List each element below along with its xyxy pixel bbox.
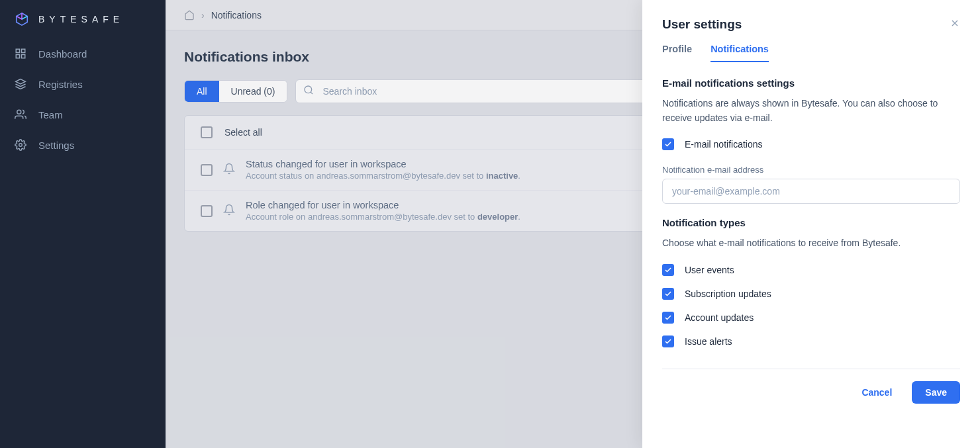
drawer-title: User settings	[662, 17, 742, 32]
select-all-label: Select all	[224, 127, 262, 138]
row-title: Status changed for user in workspace	[246, 159, 520, 169]
row-title: Role changed for user in workspace	[246, 200, 520, 210]
email-notifications-label: E-mail notifications	[685, 139, 763, 150]
filter-unread-button[interactable]: Unread (0)	[219, 81, 287, 102]
drawer-tabs: Profile Notifications	[662, 44, 960, 63]
type-label: User events	[685, 265, 734, 275]
svg-marker-4	[16, 79, 26, 85]
section-title: Notification types	[662, 217, 960, 228]
section-desc: Notifications are always shown in Bytesa…	[662, 97, 960, 125]
settings-drawer: User settings Profile Notifications E-ma…	[642, 0, 980, 448]
svg-rect-0	[16, 49, 19, 52]
type-checkbox-subscription[interactable]	[662, 288, 674, 300]
sidebar-item-label: Settings	[38, 140, 74, 151]
brand-logo[interactable]: BYTESAFE	[0, 5, 166, 38]
chevron-right-icon: ›	[201, 10, 205, 21]
svg-rect-1	[22, 49, 25, 52]
row-checkbox[interactable]	[201, 205, 213, 217]
stack-icon	[15, 78, 26, 90]
type-label: Account updates	[685, 312, 754, 323]
bell-icon	[223, 204, 235, 218]
type-checkbox-user-events[interactable]	[662, 264, 674, 276]
email-input[interactable]	[662, 179, 960, 204]
type-checkbox-issue-alerts[interactable]	[662, 336, 674, 347]
logo-icon	[15, 12, 29, 26]
sidebar-item-dashboard[interactable]: Dashboard	[0, 38, 166, 69]
section-title: E-mail notifications settings	[662, 77, 960, 89]
svg-point-6	[19, 144, 23, 147]
type-label: Subscription updates	[685, 289, 771, 299]
filter-all-button[interactable]: All	[185, 81, 219, 102]
svg-point-5	[17, 110, 21, 114]
email-field-label: Notification e-mail address	[662, 165, 960, 175]
sidebar-item-team[interactable]: Team	[0, 99, 166, 130]
divider	[662, 369, 960, 369]
sidebar-item-label: Team	[38, 109, 63, 120]
breadcrumb-current: Notifications	[211, 10, 262, 21]
home-icon[interactable]	[184, 10, 195, 21]
sidebar: BYTESAFE Dashboard Registries Team Setti…	[0, 0, 166, 448]
email-notifications-checkbox[interactable]	[662, 138, 674, 150]
gear-icon	[15, 139, 26, 151]
sidebar-item-label: Registries	[38, 79, 83, 90]
search-icon	[303, 85, 314, 98]
type-checkbox-account[interactable]	[662, 312, 674, 324]
select-all-checkbox[interactable]	[201, 126, 213, 138]
row-checkbox[interactable]	[201, 164, 213, 176]
sidebar-item-registries[interactable]: Registries	[0, 69, 166, 99]
save-button[interactable]: Save	[912, 381, 960, 404]
brand-text: BYTESAFE	[38, 14, 124, 24]
cancel-button[interactable]: Cancel	[848, 381, 905, 404]
row-text: Role changed for user in workspace Accou…	[246, 200, 520, 222]
svg-line-8	[311, 92, 313, 94]
svg-rect-3	[22, 55, 25, 58]
filter-group: All Unread (0)	[184, 80, 287, 103]
section-desc: Choose what e-mail notifications to rece…	[662, 236, 960, 251]
bell-icon	[223, 163, 235, 177]
close-icon	[950, 18, 960, 28]
row-desc: Account role on andreas.sommarstrom@byte…	[246, 212, 520, 222]
dashboard-icon	[15, 48, 26, 60]
tab-profile[interactable]: Profile	[662, 44, 692, 62]
sidebar-item-label: Dashboard	[38, 48, 87, 60]
users-icon	[15, 109, 26, 120]
type-label: Issue alerts	[685, 336, 732, 347]
sidebar-item-settings[interactable]: Settings	[0, 130, 166, 160]
svg-rect-2	[16, 55, 19, 58]
row-desc: Account status on andreas.sommarstrom@by…	[246, 171, 520, 181]
svg-point-7	[305, 86, 312, 93]
close-button[interactable]	[950, 18, 960, 32]
row-text: Status changed for user in workspace Acc…	[246, 159, 520, 181]
tab-notifications[interactable]: Notifications	[710, 44, 769, 62]
